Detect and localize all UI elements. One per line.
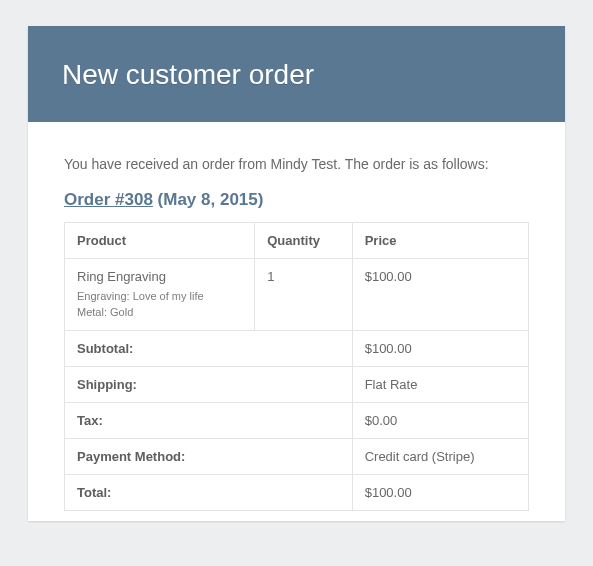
totals-value: Flat Rate (352, 367, 528, 403)
totals-label: Tax: (65, 403, 353, 439)
order-date: (May 8, 2015) (158, 190, 264, 209)
col-header-price: Price (352, 222, 528, 258)
totals-label: Shipping: (65, 367, 353, 403)
col-header-quantity: Quantity (255, 222, 352, 258)
product-meta-line: Engraving: Love of my life (77, 290, 204, 302)
email-header: New customer order (28, 26, 565, 122)
cell-product: Ring Engraving Engraving: Love of my lif… (65, 258, 255, 331)
col-header-product: Product (65, 222, 255, 258)
product-meta-line: Metal: Gold (77, 306, 133, 318)
email-body: You have received an order from Mindy Te… (28, 122, 565, 522)
table-row: Ring Engraving Engraving: Love of my lif… (65, 258, 529, 331)
totals-row: Total: $100.00 (65, 475, 529, 511)
totals-label: Payment Method: (65, 439, 353, 475)
totals-row: Payment Method: Credit card (Stripe) (65, 439, 529, 475)
email-card: New customer order You have received an … (28, 26, 565, 521)
totals-label: Subtotal: (65, 331, 353, 367)
totals-label: Total: (65, 475, 353, 511)
cell-price: $100.00 (352, 258, 528, 331)
cell-quantity: 1 (255, 258, 352, 331)
totals-row: Shipping: Flat Rate (65, 367, 529, 403)
totals-row: Tax: $0.00 (65, 403, 529, 439)
order-link[interactable]: Order #308 (64, 190, 153, 209)
totals-value: $0.00 (352, 403, 528, 439)
product-name: Ring Engraving (77, 269, 242, 284)
order-table: Product Quantity Price Ring Engraving En… (64, 222, 529, 512)
page-title: New customer order (62, 58, 531, 92)
order-heading: Order #308 (May 8, 2015) (64, 190, 529, 210)
totals-value: $100.00 (352, 475, 528, 511)
totals-value: Credit card (Stripe) (352, 439, 528, 475)
totals-row: Subtotal: $100.00 (65, 331, 529, 367)
intro-text: You have received an order from Mindy Te… (64, 156, 529, 172)
totals-value: $100.00 (352, 331, 528, 367)
